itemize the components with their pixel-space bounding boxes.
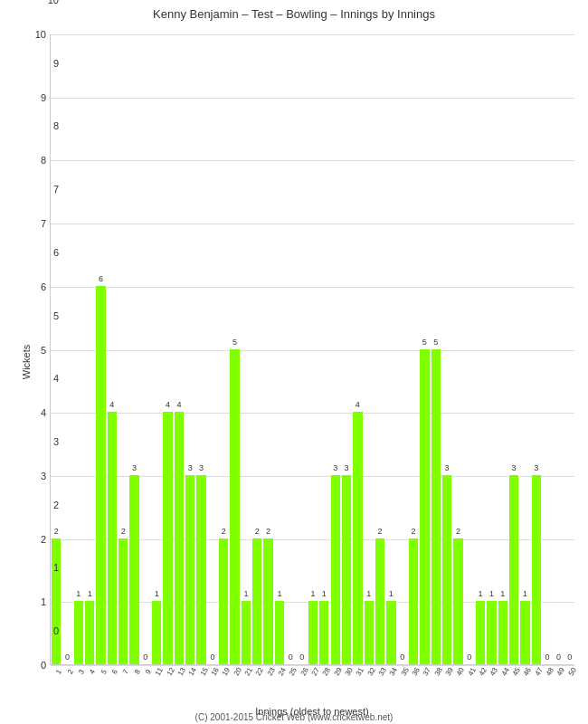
bar-value-label: 1 bbox=[243, 589, 248, 598]
x-tick-label: 9 bbox=[144, 668, 153, 675]
bar-value-label: 1 bbox=[310, 589, 315, 598]
x-tick-label: 25 bbox=[288, 666, 299, 677]
y-tick-label: 10 bbox=[41, 0, 59, 5]
grid-line bbox=[51, 287, 574, 288]
bar: 4 bbox=[175, 412, 184, 664]
x-tick-label: 35 bbox=[399, 666, 410, 677]
bar-value-label: 1 bbox=[500, 589, 505, 598]
x-tick-label: 12 bbox=[165, 666, 175, 677]
y-tick-label: 5 bbox=[24, 345, 46, 356]
x-tick-label: 50 bbox=[567, 666, 578, 677]
x-tick-label: 14 bbox=[187, 666, 198, 677]
bar: 1 bbox=[152, 601, 161, 664]
x-tick-label: 23 bbox=[265, 666, 276, 677]
bar: 2 bbox=[263, 538, 272, 664]
y-tick-label: 4 bbox=[41, 373, 59, 384]
bar: 3 bbox=[442, 475, 451, 664]
bar: 1 bbox=[365, 601, 374, 664]
bar: 3 bbox=[532, 475, 541, 664]
y-tick-label: 9 bbox=[41, 58, 59, 69]
y-tick-label: 3 bbox=[24, 471, 46, 481]
x-tick-label: 27 bbox=[310, 666, 321, 677]
y-tick-label: 0 bbox=[24, 660, 46, 671]
bar-value-label: 2 bbox=[412, 527, 416, 536]
bar: 3 bbox=[509, 475, 518, 664]
bar-value-label: 3 bbox=[534, 463, 538, 472]
grid-line bbox=[51, 350, 574, 351]
bar-value-label: 1 bbox=[155, 589, 159, 598]
y-tick-label: 10 bbox=[24, 29, 46, 40]
x-tick-label: 8 bbox=[132, 668, 141, 675]
x-tick-label: 49 bbox=[555, 666, 566, 677]
bar-value-label: 0 bbox=[567, 653, 572, 662]
bar-value-label: 0 bbox=[210, 653, 214, 662]
y-tick-label: 6 bbox=[24, 281, 46, 292]
x-tick-label: 28 bbox=[321, 666, 332, 677]
grid-line bbox=[51, 160, 574, 161]
bar-value-label: 2 bbox=[266, 527, 270, 536]
x-tick-label: 24 bbox=[277, 666, 288, 677]
y-tick-label: 5 bbox=[41, 310, 59, 321]
y-tick-label: 6 bbox=[41, 247, 59, 258]
x-tick-label: 5 bbox=[99, 668, 108, 675]
x-tick-label: 11 bbox=[154, 666, 165, 677]
bar: 2 bbox=[219, 538, 228, 664]
bar-value-label: 0 bbox=[289, 653, 293, 662]
bar-value-label: 3 bbox=[132, 463, 137, 472]
bar-value-label: 4 bbox=[356, 400, 360, 409]
bar-value-label: 4 bbox=[176, 400, 181, 409]
x-tick-label: 26 bbox=[299, 666, 309, 677]
x-tick-label: 3 bbox=[77, 668, 86, 675]
bar: 2 bbox=[453, 538, 462, 664]
y-tick-label: 3 bbox=[41, 436, 59, 447]
x-tick-label: 39 bbox=[444, 666, 455, 677]
x-tick-label: 36 bbox=[411, 666, 422, 677]
bar-value-label: 4 bbox=[109, 400, 114, 409]
x-tick-label: 42 bbox=[478, 666, 488, 677]
bar-value-label: 1 bbox=[322, 589, 327, 598]
y-tick-label: 7 bbox=[41, 184, 59, 195]
bar-value-label: 2 bbox=[222, 527, 226, 536]
x-tick-label: 43 bbox=[488, 666, 499, 677]
y-tick-label: 1 bbox=[24, 596, 46, 607]
bar: 3 bbox=[129, 475, 138, 664]
x-tick-label: 34 bbox=[388, 666, 399, 677]
bar: 3 bbox=[196, 475, 205, 664]
x-tick-label: 21 bbox=[243, 666, 254, 677]
bar-value-label: 1 bbox=[277, 589, 281, 598]
bar: 4 bbox=[163, 412, 172, 664]
y-tick-label: 1 bbox=[41, 562, 59, 573]
bar: 1 bbox=[74, 601, 83, 664]
bar: 2 bbox=[409, 538, 418, 664]
bar-value-label: 0 bbox=[545, 653, 550, 662]
bar-value-label: 0 bbox=[65, 653, 70, 662]
y-tick-label: 7 bbox=[24, 218, 46, 229]
bar: 5 bbox=[432, 349, 441, 665]
bar-value-label: 3 bbox=[445, 463, 450, 472]
x-tick-label: 30 bbox=[344, 666, 355, 677]
bar: 4 bbox=[108, 412, 117, 664]
bar: 2 bbox=[375, 538, 384, 664]
bar: 2 bbox=[252, 538, 261, 664]
bar: 3 bbox=[342, 475, 351, 664]
bar: 1 bbox=[242, 601, 251, 664]
bar: 1 bbox=[487, 601, 496, 664]
grid-line bbox=[51, 413, 574, 414]
x-tick-label: 45 bbox=[511, 666, 522, 677]
x-tick-label: 40 bbox=[455, 666, 466, 677]
bar: 3 bbox=[185, 475, 194, 664]
x-tick-label: 37 bbox=[422, 666, 432, 677]
y-tick-label: 2 bbox=[24, 534, 46, 545]
bar-value-label: 3 bbox=[344, 463, 348, 472]
grid-line bbox=[51, 34, 574, 35]
bar-value-label: 5 bbox=[433, 338, 438, 347]
bar-value-label: 0 bbox=[299, 653, 304, 662]
y-tick-label: 4 bbox=[24, 407, 46, 418]
y-tick-label: 8 bbox=[41, 120, 59, 131]
bar: 1 bbox=[476, 601, 485, 664]
bar-value-label: 3 bbox=[512, 463, 517, 472]
bar-value-label: 0 bbox=[143, 653, 147, 662]
bar-value-label: 2 bbox=[255, 527, 260, 536]
x-tick-label: 7 bbox=[121, 668, 130, 675]
chart-title: Kenny Benjamin – Test – Bowling – Inning… bbox=[0, 0, 588, 24]
